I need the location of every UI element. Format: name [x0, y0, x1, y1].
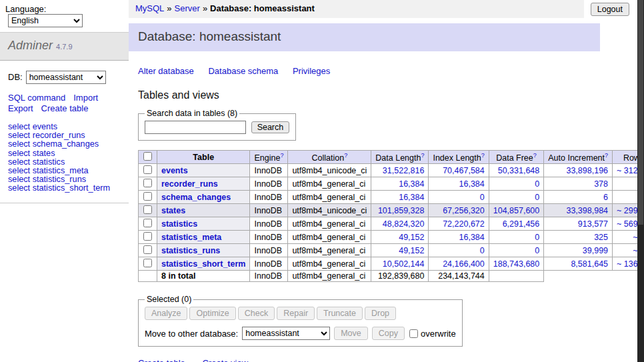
table-link-states[interactable]: states — [161, 206, 185, 215]
search-input[interactable] — [145, 121, 246, 134]
scrollbar[interactable] — [637, 0, 644, 362]
auto-increment-link[interactable]: 33,398,984 — [566, 206, 608, 215]
data-length-link[interactable]: 16,384 — [399, 193, 424, 202]
table-link-statistics_meta[interactable]: statistics_meta — [161, 233, 221, 242]
data-length-link[interactable]: 101,859,328 — [378, 206, 425, 215]
row-checkbox-statistics_runs[interactable] — [143, 245, 152, 254]
breadcrumb-mysql-link[interactable]: MySQL — [135, 3, 164, 13]
data-free-cell: 0 — [489, 231, 544, 244]
index-length-link[interactable]: 67,256,320 — [443, 206, 485, 215]
data-free-link[interactable]: 104,857,600 — [493, 206, 540, 215]
index-length-link[interactable]: 0 — [480, 193, 485, 202]
search-button[interactable]: Search — [251, 121, 290, 133]
table-link-schema_changes[interactable]: schema_changes — [161, 193, 231, 202]
engine-cell: InnoDB — [250, 257, 288, 271]
table-link-recorder_runs[interactable]: recorder_runs — [161, 179, 218, 189]
create-table-link-sidebar[interactable]: Create table — [41, 103, 89, 113]
overwrite-checkbox[interactable] — [409, 329, 418, 338]
truncate-button[interactable]: Truncate — [317, 307, 363, 320]
create-view-link[interactable]: Create view — [202, 358, 248, 362]
select-all-header-cell — [139, 151, 157, 164]
auto-increment-link[interactable]: 8,581,645 — [571, 259, 608, 269]
sidebar-item-select-schema_changes[interactable]: select schema_changes — [8, 140, 121, 149]
auto-increment-link[interactable]: 378 — [594, 179, 608, 189]
data-length-link[interactable]: 10,502,144 — [383, 259, 425, 269]
row-checkbox-states[interactable] — [143, 205, 152, 214]
index-length-link[interactable]: 16,384 — [459, 233, 485, 242]
sidebar-item-select-statistics_short_term[interactable]: select statistics_short_term — [8, 184, 121, 193]
index-length-link[interactable]: 24,166,400 — [443, 259, 485, 269]
move-db-select[interactable]: homeassistant — [242, 327, 330, 340]
auto-increment-link[interactable]: 325 — [594, 233, 608, 242]
help-icon[interactable]: ? — [533, 152, 537, 159]
help-icon[interactable]: ? — [605, 152, 608, 159]
data-free-link[interactable]: 0 — [535, 179, 539, 189]
table-link-events[interactable]: events — [161, 166, 188, 175]
row-checkbox-schema_changes[interactable] — [143, 192, 152, 201]
move-button[interactable]: Move — [334, 327, 368, 340]
db-select[interactable]: homeassistant — [26, 71, 106, 84]
help-icon[interactable]: ? — [280, 152, 283, 159]
row-checkbox-statistics[interactable] — [143, 219, 152, 227]
check-button[interactable]: Check — [238, 307, 275, 320]
data-length-link[interactable]: 16,384 — [399, 179, 424, 189]
index-length-cell: 67,256,320 — [429, 204, 489, 217]
row-checkbox-recorder_runs[interactable] — [143, 179, 152, 187]
index-length-link[interactable]: 0 — [480, 246, 485, 255]
data-free-link[interactable]: 0 — [535, 246, 539, 255]
sidebar-table-links: select eventsselect recorder_runsselect … — [0, 114, 129, 199]
data-length-link[interactable]: 31,522,816 — [383, 166, 425, 175]
search-legend: Search data in tables (8) — [145, 109, 239, 118]
table-name-cell: statistics_short_term — [157, 257, 250, 271]
logout-button[interactable]: Logout — [591, 3, 629, 16]
table-footer-links: Create table Create view — [138, 358, 637, 362]
data-free-link[interactable]: 50,331,648 — [498, 166, 540, 175]
create-table-link[interactable]: Create table — [138, 358, 185, 362]
data-free-cell: 0 — [489, 244, 544, 257]
export-link[interactable]: Export — [8, 103, 33, 113]
auto-increment-link[interactable]: 6 — [603, 193, 608, 202]
engine-cell: InnoDB — [250, 231, 288, 244]
help-icon[interactable]: ? — [421, 152, 424, 159]
table-link-statistics[interactable]: statistics — [161, 219, 197, 229]
privileges-link[interactable]: Privileges — [293, 66, 330, 76]
data-free-link[interactable]: 0 — [535, 233, 539, 242]
optimize-button[interactable]: Optimize — [189, 307, 235, 320]
help-icon[interactable]: ? — [344, 152, 347, 159]
table-link-statistics_runs[interactable]: statistics_runs — [161, 246, 220, 255]
breadcrumb-server-link[interactable]: Server — [175, 3, 200, 13]
table-link-statistics_short_term[interactable]: statistics_short_term — [161, 259, 245, 269]
database-schema-link[interactable]: Database schema — [208, 66, 278, 76]
app-version[interactable]: 4.7.9 — [56, 43, 72, 51]
db-selector-row: DB:homeassistant — [0, 61, 129, 84]
sql-command-link[interactable]: SQL command — [8, 93, 65, 103]
row-checkbox-statistics_short_term[interactable] — [143, 259, 152, 267]
copy-button[interactable]: Copy — [372, 327, 405, 340]
index-length-link[interactable]: 16,384 — [459, 179, 485, 189]
data-free-link[interactable]: 0 — [535, 193, 539, 202]
data-length-link[interactable]: 49,152 — [399, 246, 424, 255]
drop-button[interactable]: Drop — [365, 307, 396, 320]
data-length-link[interactable]: 48,824,320 — [383, 219, 425, 229]
analyze-button[interactable]: Analyze — [145, 307, 187, 320]
scrollbar-thumb[interactable] — [638, 0, 643, 225]
repair-button[interactable]: Repair — [277, 307, 315, 320]
sidebar-item-select-states[interactable]: select states — [8, 149, 121, 158]
auto-increment-link[interactable]: 913,577 — [578, 219, 608, 229]
row-checkbox-events[interactable] — [143, 165, 152, 174]
row-checkbox-statistics_meta[interactable] — [143, 232, 152, 241]
data-free-cell: 50,331,648 — [489, 164, 544, 177]
select-all-checkbox[interactable] — [143, 152, 152, 161]
help-icon[interactable]: ? — [481, 152, 485, 159]
index-length-link[interactable]: 72,220,672 — [443, 219, 485, 229]
data-free-link[interactable]: 188,743,680 — [493, 259, 540, 269]
content-inner: Alter database Database schema Privilege… — [129, 66, 637, 362]
data-length-link[interactable]: 49,152 — [399, 233, 424, 242]
alter-database-link[interactable]: Alter database — [138, 66, 194, 76]
language-select[interactable]: English — [8, 14, 83, 27]
import-link[interactable]: Import — [73, 93, 98, 103]
auto-increment-link[interactable]: 33,898,196 — [566, 166, 608, 175]
data-free-link[interactable]: 6,291,456 — [503, 219, 540, 229]
index-length-link[interactable]: 70,467,584 — [443, 166, 485, 175]
auto-increment-link[interactable]: 39,999 — [583, 246, 608, 255]
